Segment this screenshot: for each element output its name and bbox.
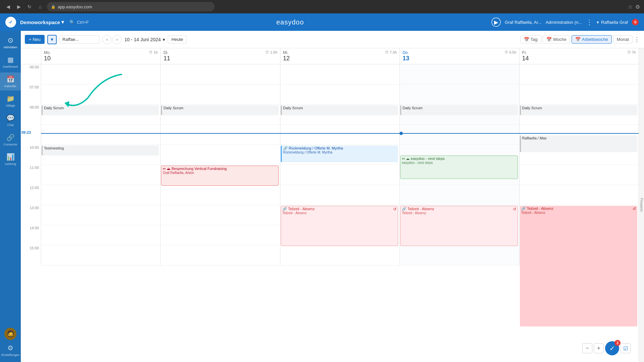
next-week-button[interactable]: › [112,35,122,44]
sidebar-item-dashboard[interactable]: ▦ Dashboard [0,53,21,71]
view-arbeitswoche-label: Arbeitswoche [582,37,608,42]
cell-mo-1200[interactable] [41,185,160,205]
cell-fr-1000[interactable] [519,145,639,165]
cell-fr-1400[interactable] [519,225,639,245]
view-arbeitswoche-button[interactable]: 📅 Arbeitswoche [572,35,612,44]
cell-mi-0900[interactable] [280,125,399,145]
zoom-out-button[interactable]: − [582,343,592,353]
cell-mi-1000[interactable] [280,145,399,165]
right-panel[interactable]: Pinwand › [639,48,644,362]
cell-do-1400[interactable] [399,225,519,245]
cell-di-0900[interactable] [160,125,280,145]
admin-display[interactable]: Administration (n... [546,20,582,25]
sidebar-item-einstellungen[interactable]: ⚙ Einstellungen [0,341,21,359]
calendar-more-button[interactable]: ⋮ [634,36,640,43]
cell-do-1500[interactable] [399,245,519,265]
prev-week-button[interactable]: ‹ [102,35,112,44]
cell-di-1300[interactable] [160,205,280,225]
today-button[interactable]: Heute [168,35,187,44]
cell-di-0800[interactable] [160,105,280,125]
cell-mi-0800[interactable] [280,105,399,125]
view-tag-button[interactable]: 📅 Tag [520,35,541,44]
sidebar-item-connector[interactable]: 🔗 Connector [0,131,21,149]
view-woche-button[interactable]: 📅 Woche [543,35,570,44]
header-more-button[interactable]: ⋮ [586,18,593,26]
cell-fr-0600[interactable] [519,64,639,84]
extensions-icon[interactable]: ⚙ [635,4,640,10]
cell-fr-1500[interactable] [519,245,639,265]
grid-check-button[interactable]: ☑ [621,343,631,353]
calendar-toolbar: + Neu ▾ ‹ › 10 - 14 Juni 2024 ▾ Heute 📅 … [21,31,644,48]
cell-fr-1100[interactable] [519,165,639,185]
user-name-display[interactable]: ▾ Raffaella Graf [597,20,628,25]
search-shortcut: Ctrl+F [77,20,89,25]
cell-di-1500[interactable] [160,245,280,265]
cell-mi-1400[interactable] [280,225,399,245]
cell-mi-0600[interactable] [280,64,399,84]
cell-mi-1100[interactable] [280,165,399,185]
refresh-button[interactable]: ↻ [25,3,34,11]
cell-mo-1400[interactable] [41,225,160,245]
day-header-fr: Fr. 14 ⏱ 7h [519,48,639,64]
task-check-badge[interactable]: ✓ 3 [605,341,619,355]
back-button[interactable]: ◀ [4,3,12,11]
cell-mi-0700[interactable] [280,84,399,105]
time-label-1300: 13:00 [21,205,41,225]
date-range-display[interactable]: 10 - 14 Juni 2024 ▾ [124,37,165,42]
cell-mo-1300[interactable] [41,205,160,225]
forward-button[interactable]: ▶ [15,3,23,11]
cell-mo-0600[interactable] [41,64,160,84]
cell-do-0900[interactable] [399,125,519,145]
cell-do-0600[interactable] [399,64,519,84]
calendar-icon-woche: 📅 [546,37,552,42]
cell-do-1100[interactable] [399,165,519,185]
sidebar-item-aktivitaeten[interactable]: ⊙ Aktivitäten [0,34,21,52]
cell-do-0800[interactable] [399,105,519,125]
cell-mo-1000[interactable] [41,145,160,165]
view-monat-button[interactable]: Monat [613,35,633,44]
cell-mi-1300[interactable] [280,205,399,225]
play-timer-button[interactable]: ▶ [491,17,501,27]
user-avatar[interactable]: 🧔 [4,328,16,340]
hours-mo: ⏱ 1h [149,50,158,54]
sidebar-item-ablage[interactable]: 📁 Ablage [0,92,21,110]
address-bar[interactable]: 🔒 app.easydoo.com [47,2,215,11]
workspace-selector[interactable]: Demoworkspace ▾ [20,19,64,25]
zoom-in-button[interactable]: + [594,343,604,353]
cell-fr-1200[interactable] [519,185,639,205]
new-button[interactable]: + Neu [25,35,45,44]
user-display[interactable]: Graf Raffaella, Ar... [505,20,542,25]
cell-mo-0900[interactable] [41,125,160,145]
cell-mi-1500[interactable] [280,245,399,265]
cell-di-1400[interactable] [160,225,280,245]
cell-di-0600[interactable] [160,64,280,84]
bookmark-icon[interactable]: ☆ [628,4,633,10]
cell-di-1000[interactable] [160,145,280,165]
home-button[interactable]: ⌂ [36,3,44,11]
sidebar-item-kalender[interactable]: 📅 Kalender [0,72,21,90]
cell-do-0700[interactable] [399,84,519,105]
view-buttons: 📅 Tag 📅 Woche 📅 Arbeitswoche Monat ⋮ [520,35,640,44]
cell-fr-1300[interactable] [519,205,639,225]
cell-do-1200[interactable] [399,185,519,205]
cell-di-1100[interactable] [160,165,280,185]
cell-mo-1500[interactable] [41,245,160,265]
cell-mo-0700[interactable] [41,84,160,105]
global-search[interactable]: 🔍 Ctrl+F [69,20,89,25]
cell-fr-0700[interactable] [519,84,639,105]
cell-fr-0800[interactable] [519,105,639,125]
app-logo[interactable]: ✓ [5,17,16,27]
cell-do-1300[interactable] [399,205,519,225]
cell-mi-1200[interactable] [280,185,399,205]
cell-di-1200[interactable] [160,185,280,205]
cell-mo-1100[interactable] [41,165,160,185]
new-dropdown-button[interactable]: ▾ [47,35,57,44]
sidebar-item-leistung[interactable]: 📊 Leistung [0,150,21,168]
cell-do-1000[interactable] [399,145,519,165]
sidebar-item-chat[interactable]: 💬 Chat [0,111,21,129]
cell-di-0700[interactable] [160,84,280,105]
calendar-filter-input[interactable] [59,35,100,44]
notification-badge[interactable]: 0 [632,19,639,25]
cell-fr-0900[interactable] [519,125,639,145]
cell-mo-0800[interactable] [41,105,160,125]
